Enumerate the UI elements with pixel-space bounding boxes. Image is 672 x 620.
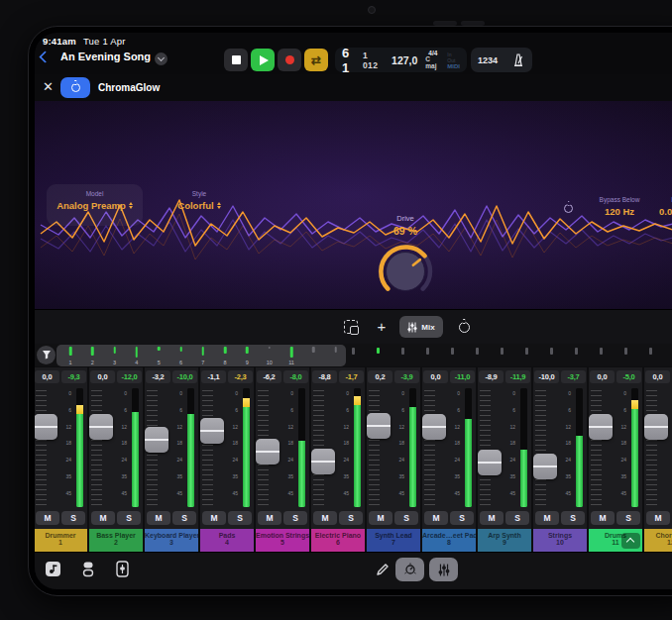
stop-button[interactable] [224, 49, 248, 71]
track-name-block[interactable]: Pads4 [200, 529, 254, 552]
fader-handle[interactable] [256, 439, 280, 465]
solo-button[interactable]: S [61, 511, 85, 525]
mute-button[interactable]: M [591, 511, 615, 525]
mute-button[interactable]: M [480, 511, 504, 525]
volume-value[interactable]: -10,0 [534, 370, 559, 383]
track-name-block[interactable]: Bass Player2 [89, 529, 143, 552]
lcd-display[interactable]: 6 1 1 012 127,0 4/4 C maj In Out MIDI [335, 48, 467, 72]
drive-knob[interactable] [374, 239, 437, 302]
browser-button[interactable] [45, 561, 61, 580]
overview-channel[interactable]: 9 [237, 345, 257, 366]
track-name-block[interactable]: Electric Piano6 [311, 529, 365, 552]
fader-handle[interactable] [478, 450, 502, 475]
mute-button[interactable]: M [369, 511, 392, 525]
plugin-power-button[interactable] [60, 77, 90, 98]
track-name-block[interactable]: Strings10 [533, 529, 587, 552]
add-track-button[interactable]: + [370, 316, 393, 338]
mute-button[interactable]: M [202, 511, 226, 525]
overview-channel[interactable]: 1 [60, 345, 80, 366]
fader-handle[interactable] [89, 414, 113, 440]
overview-channel[interactable]: 3 [105, 345, 125, 366]
solo-button[interactable]: S [505, 511, 529, 525]
fader-handle[interactable] [367, 413, 391, 439]
mute-button[interactable]: M [646, 511, 670, 525]
mute-button[interactable]: M [424, 511, 448, 525]
mute-button[interactable]: M [535, 511, 559, 525]
marquee-select-button[interactable] [338, 316, 364, 338]
overview-channel[interactable]: 5 [149, 345, 168, 366]
controls-view-button[interactable] [395, 558, 424, 581]
back-icon[interactable] [39, 51, 52, 63]
volume-value[interactable]: -6,2 [257, 370, 281, 383]
cycle-button[interactable]: ⇄ [304, 49, 328, 71]
metronome-icon[interactable] [511, 52, 525, 67]
fader-handle[interactable] [533, 454, 557, 479]
track-name-block[interactable]: Drummer1 [35, 529, 87, 552]
volume-value[interactable]: 0,0 [645, 370, 670, 383]
fader-handle[interactable] [422, 414, 446, 440]
track-name-block[interactable]: Emotion Strings5 [256, 529, 309, 552]
channel-strip-button[interactable] [116, 561, 129, 580]
bypass-control[interactable]: Bypass Below 120 Hz [582, 196, 657, 217]
fader-handle[interactable] [145, 427, 168, 453]
solo-button[interactable]: S [172, 511, 196, 525]
count-in-button[interactable]: 1234 [478, 55, 498, 65]
volume-value[interactable]: 0,0 [90, 370, 115, 383]
channel-overview-window[interactable]: 1234567891011 [56, 345, 346, 366]
solo-button[interactable]: S [283, 511, 307, 525]
channel-overview[interactable]: 1234567891011 [35, 344, 672, 366]
faders-view-button[interactable] [429, 558, 458, 581]
filter-button[interactable] [37, 346, 56, 364]
volume-value[interactable]: 0,2 [368, 370, 392, 383]
mute-button[interactable]: M [147, 511, 170, 525]
overview-channel[interactable]: 7 [193, 345, 213, 366]
track-name-block[interactable]: Arcade…eet Pad8 [422, 529, 476, 552]
mute-button[interactable]: M [258, 511, 281, 525]
close-plugin-button[interactable]: ✕ [43, 79, 54, 94]
overview-channel[interactable]: 4 [127, 345, 147, 366]
expand-track-button[interactable] [621, 533, 640, 549]
fader-handle[interactable] [35, 414, 57, 440]
mix-view-button[interactable]: Mix [399, 316, 443, 338]
volume-value[interactable]: -8,8 [312, 370, 337, 383]
solo-button[interactable]: S [228, 511, 252, 525]
volume-value[interactable]: 0,0 [590, 370, 615, 383]
volume-value[interactable]: -8,9 [479, 370, 504, 383]
mute-button[interactable]: M [36, 511, 59, 525]
edit-button[interactable] [376, 563, 390, 579]
play-button[interactable] [251, 49, 275, 71]
volume-value[interactable]: -1,1 [201, 370, 226, 383]
level-control[interactable]: Level 0.0 [651, 196, 672, 217]
fader-handle[interactable] [311, 449, 335, 474]
fader-handle[interactable] [200, 418, 224, 444]
volume-value[interactable]: -3,2 [146, 370, 170, 383]
fader-handle[interactable] [644, 414, 668, 440]
solo-button[interactable]: S [117, 511, 141, 525]
solo-button[interactable]: S [616, 511, 640, 525]
mute-button[interactable]: M [313, 511, 337, 525]
loops-button[interactable] [80, 561, 96, 580]
mixer-power-button[interactable] [451, 316, 477, 338]
song-title[interactable]: An Evening Song [60, 51, 151, 62]
track-name-block[interactable]: Keyboard Player3 [145, 529, 198, 552]
drive-control[interactable]: Drive 69 % [372, 214, 439, 306]
overview-channel[interactable]: 2 [82, 345, 102, 366]
record-button[interactable] [278, 49, 301, 71]
volume-value[interactable]: 0,0 [35, 370, 59, 383]
solo-button[interactable]: S [450, 511, 474, 525]
solo-button[interactable]: S [394, 511, 418, 525]
track-name-block[interactable]: Chorus V12 [644, 529, 672, 552]
track-name-block[interactable]: Synth Lead7 [367, 529, 420, 552]
volume-value[interactable]: 0,0 [423, 370, 448, 383]
bypass-power-icon[interactable] [564, 204, 573, 213]
solo-button[interactable]: S [561, 511, 585, 525]
solo-button[interactable]: S [339, 511, 363, 525]
overview-channel[interactable]: 6 [171, 345, 191, 366]
overview-channel[interactable]: 11 [281, 345, 301, 366]
song-menu-button[interactable] [155, 52, 168, 65]
overview-channel[interactable]: 8 [215, 345, 235, 366]
track-name-block[interactable]: Drums11 [589, 529, 642, 552]
fader-handle[interactable] [589, 414, 613, 440]
style-selector[interactable]: Style Colorful [160, 184, 239, 226]
track-name-block[interactable]: Arp Synth9 [478, 529, 531, 552]
